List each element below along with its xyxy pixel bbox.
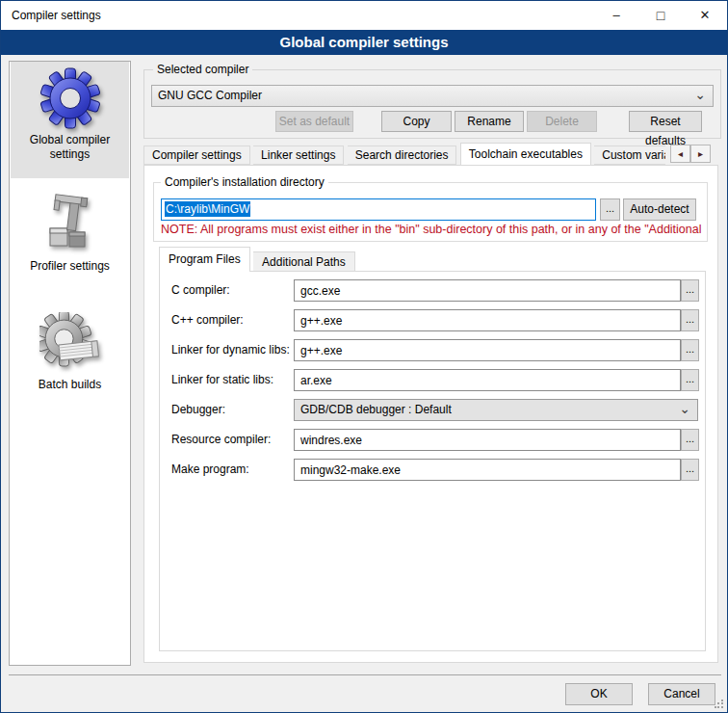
resource-compiler-label: Resource compiler:	[171, 433, 271, 446]
install-dir-input[interactable]: C:\raylib\MinGW	[161, 198, 596, 221]
linker-static-label: Linker for static libs:	[171, 373, 273, 386]
cpp-compiler-row: C++ compiler: ...	[160, 309, 707, 331]
make-program-browse-button[interactable]: ...	[681, 459, 699, 481]
sidebar-item-label: Batch builds	[11, 376, 129, 398]
program-files-tab-bar: Program Files Additional Paths	[159, 247, 355, 272]
reset-defaults-button[interactable]: Reset defaults	[629, 111, 702, 132]
sidebar-item-label: Global compiler settings	[11, 131, 129, 168]
compiler-select[interactable]: GNU GCC Compiler ⌄	[151, 85, 714, 107]
tab-scroll-right-button[interactable]: ▸	[690, 145, 711, 163]
title-bar[interactable]: Compiler settings – □ ✕	[1, 1, 727, 30]
compiler-settings-dialog: Compiler settings – □ ✕ Global compiler …	[0, 0, 728, 713]
settings-sidebar: Global compiler settings Profiler	[9, 61, 131, 666]
linker-static-row: Linker for static libs: ...	[160, 369, 707, 391]
linker-dynamic-label: Linker for dynamic libs:	[171, 343, 290, 356]
sidebar-item-label: Profiler settings	[11, 257, 129, 279]
linker-dynamic-browse-button[interactable]: ...	[681, 339, 699, 361]
linker-static-browse-button[interactable]: ...	[681, 369, 699, 391]
selected-compiler-legend: Selected compiler	[153, 63, 252, 76]
make-program-label: Make program:	[171, 462, 249, 476]
c-compiler-input[interactable]	[294, 279, 681, 302]
resource-compiler-input[interactable]	[294, 429, 681, 451]
program-files-panel: C compiler: ... C++ compiler: ... Linker…	[159, 271, 706, 651]
minimize-button[interactable]: –	[594, 1, 638, 30]
tab-search-directories[interactable]: Search directories	[348, 145, 457, 165]
footer-divider	[9, 674, 721, 675]
c-compiler-row: C compiler: ...	[160, 279, 707, 302]
cpp-compiler-browse-button[interactable]: ...	[681, 309, 699, 331]
install-dir-selected-text: C:\raylib\MinGW	[165, 201, 250, 217]
resource-compiler-row: Resource compiler: ...	[160, 429, 707, 451]
make-program-row: Make program: ...	[160, 459, 707, 481]
batch-builds-icon	[39, 312, 101, 374]
debugger-label: Debugger:	[171, 403, 225, 416]
page-title: Global compiler settings	[1, 30, 727, 55]
tab-linker-settings[interactable]: Linker settings	[253, 145, 344, 165]
compiler-select-value: GNU GCC Compiler	[158, 89, 262, 102]
install-dir-legend: Compiler's installation directory	[161, 175, 328, 189]
close-button[interactable]: ✕	[683, 1, 727, 30]
sidebar-item-global-compiler-settings[interactable]: Global compiler settings	[11, 62, 129, 178]
copy-button[interactable]: Copy	[381, 111, 452, 132]
cpp-compiler-input[interactable]	[294, 309, 681, 331]
resize-grip[interactable]	[715, 700, 724, 709]
linker-static-input[interactable]	[294, 369, 681, 391]
make-program-input[interactable]	[294, 459, 681, 481]
chevron-down-icon: ⌄	[694, 85, 706, 105]
debugger-select-value: GDB/CDB debugger : Default	[300, 403, 452, 416]
c-compiler-browse-button[interactable]: ...	[681, 279, 699, 302]
rename-button[interactable]: Rename	[455, 111, 524, 132]
ok-button[interactable]: OK	[565, 683, 633, 705]
sidebar-item-batch-builds[interactable]: Batch builds	[11, 306, 129, 412]
chevron-down-icon: ⌄	[679, 399, 690, 419]
cancel-button[interactable]: Cancel	[648, 683, 715, 705]
install-dir-browse-button[interactable]: ...	[600, 198, 620, 221]
debugger-row: Debugger: GDB/CDB debugger : Default ⌄	[160, 399, 707, 421]
c-compiler-label: C compiler:	[171, 283, 230, 297]
tab-scroll-left-button[interactable]: ◂	[670, 145, 690, 163]
sidebar-item-profiler-settings[interactable]: Profiler settings	[11, 188, 129, 294]
cpp-compiler-label: C++ compiler:	[171, 313, 244, 327]
tab-toolchain-executables[interactable]: Toolchain executables	[460, 143, 591, 165]
auto-detect-button[interactable]: Auto-detect	[623, 198, 696, 221]
debugger-select[interactable]: GDB/CDB debugger : Default ⌄	[294, 399, 698, 421]
linker-dynamic-input[interactable]	[294, 339, 681, 361]
subtab-program-files[interactable]: Program Files	[159, 247, 250, 272]
profiler-icon	[39, 194, 101, 255]
resource-compiler-browse-button[interactable]: ...	[681, 429, 699, 451]
tab-custom-variables[interactable]: Custom variables	[594, 145, 665, 165]
subtab-additional-paths[interactable]: Additional Paths	[253, 251, 355, 272]
gear-blue-icon	[39, 67, 101, 129]
settings-tab-bar: Compiler settings Linker settings Search…	[143, 143, 665, 165]
delete-button[interactable]: Delete	[527, 111, 597, 132]
linker-dynamic-row: Linker for dynamic libs: ...	[160, 339, 707, 361]
tab-compiler-settings[interactable]: Compiler settings	[143, 145, 250, 165]
install-dir-note: NOTE: All programs must exist either in …	[161, 223, 704, 236]
window-title: Compiler settings	[12, 9, 101, 22]
set-as-default-button[interactable]: Set as default	[275, 111, 353, 132]
maximize-button[interactable]: □	[638, 1, 683, 30]
